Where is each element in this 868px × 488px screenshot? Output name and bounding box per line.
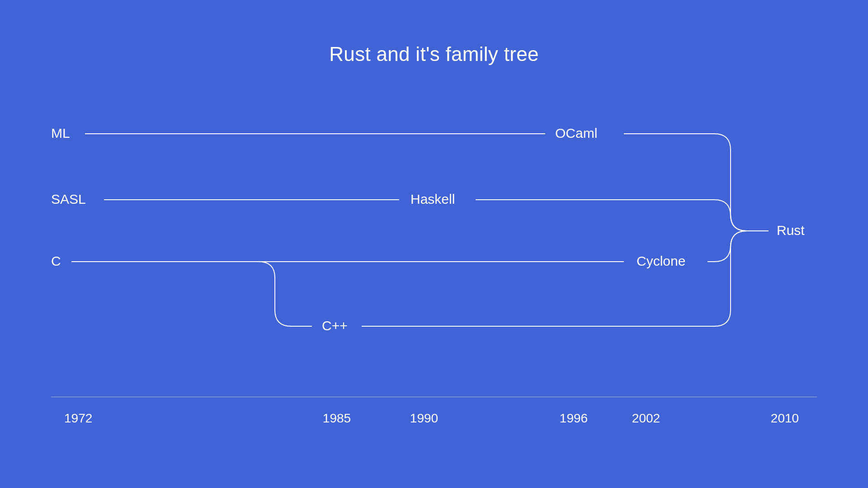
node-cyclone: Cyclone xyxy=(637,253,685,269)
timeline-axis xyxy=(51,397,817,397)
node-ml: ML xyxy=(51,126,70,141)
timeline-1996: 1996 xyxy=(560,411,588,426)
timeline-1985: 1985 xyxy=(323,411,351,426)
node-rust: Rust xyxy=(777,223,805,238)
node-ocaml: OCaml xyxy=(555,126,597,141)
node-haskell: Haskell xyxy=(410,192,455,207)
node-cpp: C++ xyxy=(322,318,348,333)
timeline-1990: 1990 xyxy=(410,411,438,426)
chart-title: Rust and it's family tree xyxy=(0,43,868,66)
timeline-1972: 1972 xyxy=(64,411,92,426)
timeline-2002: 2002 xyxy=(632,411,660,426)
timeline-2010: 2010 xyxy=(771,411,799,426)
node-sasl: SASL xyxy=(51,192,86,207)
node-c: C xyxy=(51,253,61,269)
